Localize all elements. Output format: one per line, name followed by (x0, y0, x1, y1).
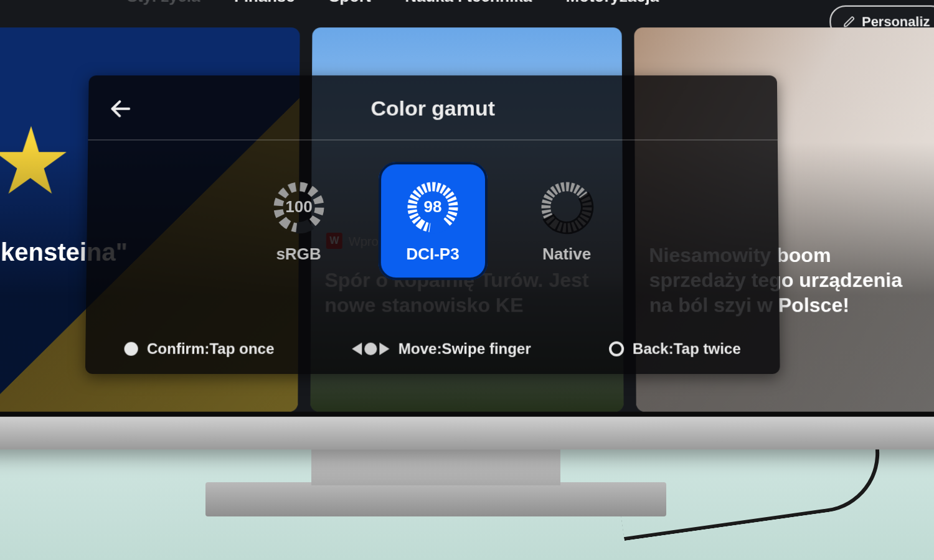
gauge-icon (538, 179, 595, 236)
monitor-stand-base (205, 482, 666, 516)
gauge-icon: 98 (404, 179, 461, 236)
nav-item[interactable]: Motoryzacja (566, 0, 659, 6)
hint-label: Back:Tap twice (633, 340, 741, 358)
screen: Styl życia Finanse Sport Nauka i technik… (0, 0, 934, 412)
nav-item[interactable]: Styl życia (127, 0, 200, 6)
pencil-icon (843, 16, 856, 28)
hint-back: Back:Tap twice (609, 340, 741, 358)
option-label: sRGB (276, 244, 321, 263)
osd-options: 100 sRGB 98 DCI-P3 (87, 162, 779, 280)
nav-item[interactable]: Finanse (234, 0, 295, 6)
osd-header: Color gamut (88, 75, 777, 140)
osd-title: Color gamut (88, 96, 778, 121)
nav-item[interactable]: Sport (329, 0, 371, 6)
nav-item[interactable]: Nauka i technika (405, 0, 532, 6)
monitor: Styl życia Finanse Sport Nauka i technik… (0, 0, 934, 449)
hint-move: Move:Swipe finger (352, 340, 531, 358)
news-top-nav: Styl życia Finanse Sport Nauka i technik… (0, 0, 934, 26)
option-label: DCI-P3 (406, 244, 459, 263)
gauge-value (538, 179, 595, 236)
gauge-value: 98 (404, 179, 461, 236)
option-native[interactable]: Native (512, 162, 621, 280)
osd-panel: Color gamut 100 sRGB 98 (85, 75, 780, 374)
hint-confirm: Confirm:Tap once (125, 340, 275, 358)
osd-hints: Confirm:Tap once Move:Swipe finger Back:… (85, 340, 780, 358)
tap-once-icon (125, 342, 138, 356)
scene: Styl życia Finanse Sport Nauka i technik… (0, 0, 934, 560)
option-label: Native (542, 244, 591, 263)
hint-label: Move:Swipe finger (399, 340, 531, 358)
gauge-value: 100 (270, 179, 328, 236)
gauge-icon: 100 (270, 179, 328, 236)
hint-label: Confirm:Tap once (147, 340, 275, 358)
swipe-icon (352, 343, 389, 355)
option-srgb[interactable]: 100 sRGB (244, 162, 354, 280)
option-dci-p3[interactable]: 98 DCI-P3 (378, 162, 487, 280)
monitor-bezel-bottom (0, 417, 934, 450)
tap-twice-icon (609, 342, 624, 357)
